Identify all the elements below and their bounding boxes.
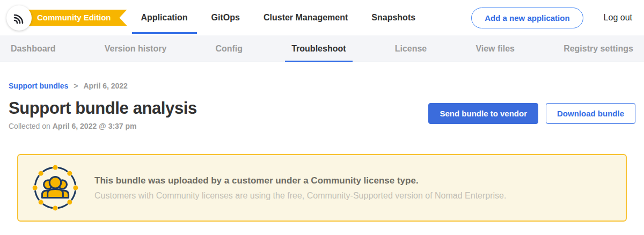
- subnav-item-license[interactable]: License: [395, 35, 427, 62]
- community-users-icon: [32, 165, 78, 211]
- tab-snapshots[interactable]: Snapshots: [371, 0, 415, 35]
- top-navbar: Community Edition Application GitOps Clu…: [0, 0, 644, 35]
- page-header: Support bundle analysis Collected on Apr…: [9, 99, 635, 130]
- subnav-item-version-history[interactable]: Version history: [105, 35, 167, 62]
- send-bundle-to-vendor-button[interactable]: Send bundle to vendor: [428, 103, 538, 124]
- banner-text: This bundle was uploaded by a customer u…: [94, 175, 506, 201]
- logout-link[interactable]: Log out: [604, 13, 632, 23]
- download-bundle-button[interactable]: Download bundle: [546, 103, 635, 124]
- header-buttons: Send bundle to vendor Download bundle: [428, 103, 635, 124]
- community-license-banner: This bundle was uploaded by a customer u…: [17, 154, 627, 222]
- subnav-item-dashboard[interactable]: Dashboard: [11, 35, 56, 62]
- collected-date: April 6, 2022 @ 3:37 pm: [53, 122, 137, 130]
- banner-title: This bundle was uploaded by a customer u…: [94, 175, 506, 186]
- community-edition-badge: Community Edition: [25, 10, 127, 26]
- subnav-item-view-files[interactable]: View files: [475, 35, 515, 62]
- top-nav-items: Application GitOps Cluster Management Sn…: [141, 0, 416, 35]
- subnav-item-registry-settings[interactable]: Registry settings: [564, 35, 633, 62]
- replicated-logo-icon[interactable]: [6, 5, 32, 31]
- collected-prefix: Collected on: [9, 122, 50, 130]
- subnav-item-troubleshoot[interactable]: Troubleshoot: [291, 35, 346, 62]
- page-title-block: Support bundle analysis Collected on Apr…: [9, 99, 197, 130]
- subnav-item-config[interactable]: Config: [215, 35, 243, 62]
- breadcrumb-current: April 6, 2022: [83, 82, 128, 90]
- breadcrumb: Support bundles > April 6, 2022: [9, 82, 635, 90]
- top-nav-right: Add a new application Log out: [471, 8, 632, 28]
- app-subnav: Dashboard Version history Config Trouble…: [0, 35, 644, 62]
- tab-application[interactable]: Application: [141, 0, 188, 35]
- tab-cluster-management[interactable]: Cluster Management: [264, 0, 348, 35]
- page-title: Support bundle analysis: [9, 99, 197, 118]
- collected-timestamp: Collected on April 6, 2022 @ 3:37 pm: [9, 122, 197, 130]
- page-content: Support bundles > April 6, 2022 Support …: [0, 82, 644, 222]
- tab-gitops[interactable]: GitOps: [211, 0, 240, 35]
- breadcrumb-separator: >: [74, 82, 78, 90]
- add-new-application-button[interactable]: Add a new application: [471, 8, 583, 28]
- breadcrumb-support-bundles-link[interactable]: Support bundles: [9, 82, 68, 90]
- banner-subtitle: Customers with Community licenses are us…: [94, 191, 506, 201]
